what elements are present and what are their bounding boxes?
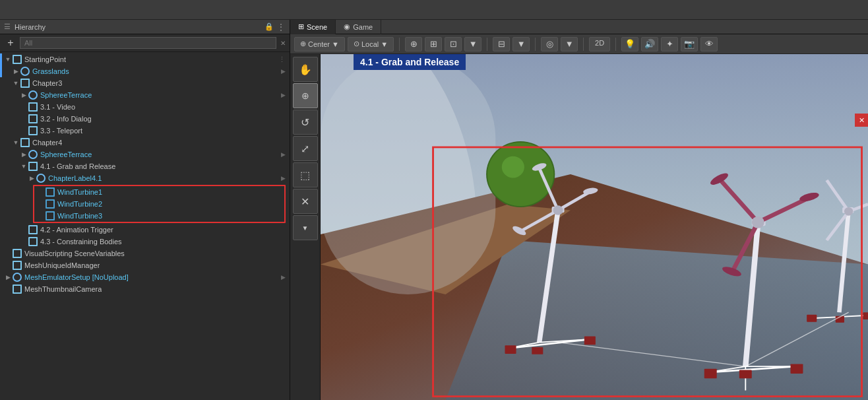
tree-item-sphere-terrace-1[interactable]: ▶ SphereeTerrace ▶ [0, 89, 290, 101]
light-btn[interactable]: 💡 [621, 37, 638, 51]
tree-item-chapter3[interactable]: ▼ Chapter3 [0, 77, 290, 89]
tree-item-info-dialog[interactable]: 3.2 - Info Dialog [0, 113, 290, 125]
rotate-tool[interactable]: ↺ [293, 110, 318, 135]
tree-item-animation-trigger[interactable]: 4.2 - Animation Trigger [0, 224, 290, 236]
tree-item-grasslands[interactable]: ▶ Grasslands ▶ [0, 65, 290, 77]
tree-item-chapter-label-4[interactable]: ▶ ChapterLabel4.1 ▶ [0, 172, 290, 184]
gizmo-btn[interactable]: ◎ [541, 37, 558, 51]
close-overlay-button[interactable]: ✕ [855, 114, 868, 127]
add-button[interactable]: + [4, 36, 17, 50]
item-label-sphere-terrace-2: SphereeTerrace [40, 150, 92, 158]
tree-item-starting-point[interactable]: ▼ StartingPoint ⋮ [0, 53, 290, 65]
tree-item-wind-turbine-1[interactable]: WindTurbine1 [34, 186, 284, 198]
item-more-starting-point[interactable]: ⋮ [278, 55, 286, 64]
tab-bar: ⊞ Scene ◉ Game [290, 20, 868, 34]
tree-item-video[interactable]: 3.1 - Video [0, 101, 290, 113]
expand-arrow[interactable]: ▼ [12, 137, 20, 149]
grid-chevron-btn[interactable]: ▼ [512, 37, 530, 51]
center-icon: ⊕ [300, 40, 306, 48]
item-label-mesh-unique: MeshUniqueIdManager [24, 261, 100, 269]
hamburger-icon[interactable]: ☰ [4, 22, 11, 31]
blue-indicator [0, 65, 2, 77]
move-tool[interactable]: ⊕ [293, 83, 318, 108]
scale-tool-btn[interactable]: ⊡ [445, 37, 462, 51]
expand-arrow[interactable]: ▶ [28, 172, 36, 184]
expand-arrow[interactable]: ▼ [4, 53, 12, 65]
hand-tool[interactable]: ✋ [293, 57, 318, 82]
rect-tool[interactable]: ⬚ [293, 162, 318, 187]
divider-3 [535, 38, 536, 51]
blue-indicator [0, 53, 2, 65]
cube-icon [28, 102, 38, 112]
expand-arrow[interactable]: ▶ [20, 149, 28, 160]
svg-point-23 [553, 205, 563, 215]
extra-tool[interactable]: ▼ [293, 215, 318, 240]
search-clear-icon[interactable]: ✕ [280, 40, 286, 47]
hierarchy-header-icons: 🔒 ⋮ [264, 22, 286, 32]
tree-item-mesh-emulator[interactable]: ▶ MeshEmulatorSetup [NoUpload] ▶ [0, 271, 290, 283]
scene-tab-label: Scene [307, 23, 327, 31]
tree-item-grab-release[interactable]: ▼ 4.1 - Grab and Release [0, 160, 290, 172]
divider-5 [615, 38, 616, 51]
cube-icon [28, 224, 38, 235]
tree-item-teleport[interactable]: 3.3 - Teleport [0, 125, 290, 137]
rotate-tool-btn[interactable]: ⊞ [425, 37, 442, 51]
cube-icon [28, 125, 38, 136]
item-arrow: ▶ [281, 92, 286, 98]
expand-arrow[interactable]: ▼ [20, 160, 28, 172]
tree-item-wind-turbine-3[interactable]: WindTurbine3 [34, 210, 284, 222]
right-panel: ⊞ Scene ◉ Game ⊕ Center ▼ ⊙ Local ▼ ⊕ ⊞ [290, 20, 868, 400]
cube-icon [20, 78, 30, 88]
item-arrow: ▶ [281, 175, 286, 182]
divider-1 [399, 38, 400, 51]
item-label-visual-scripting: VisualScripting SceneVariables [24, 250, 125, 257]
2d-button[interactable]: 2D [589, 37, 610, 51]
center-label: Center [308, 40, 330, 48]
viewport-area: ✋ ⊕ ↺ ⤢ ⬚ ✕ ▼ 4.1 - Grab and Release ✕ [290, 54, 868, 400]
search-input[interactable] [20, 37, 276, 49]
lock-icon[interactable]: 🔒 [264, 22, 274, 31]
audio-btn[interactable]: 🔊 [641, 37, 658, 51]
hierarchy-header-left: ☰ Hierarchy [4, 22, 46, 31]
svg-rect-14 [584, 337, 596, 345]
expand-arrow[interactable]: ▶ [20, 89, 28, 101]
extra-tool-btn[interactable]: ▼ [464, 37, 481, 51]
effects-btn[interactable]: ✦ [661, 37, 678, 51]
camera-btn[interactable]: 📷 [681, 37, 698, 51]
local-button[interactable]: ⊙ Local ▼ [348, 37, 394, 51]
custom-tool[interactable]: ✕ [293, 189, 318, 214]
expand-arrow[interactable]: ▶ [12, 65, 20, 77]
scene-viewport[interactable]: 4.1 - Grab and Release ✕ [321, 54, 868, 400]
scale-tool[interactable]: ⤢ [293, 136, 318, 161]
tab-game[interactable]: ◉ Game [336, 20, 381, 34]
item-label-chapter4: Chapter4 [32, 139, 62, 147]
hierarchy-title: Hierarchy [15, 23, 46, 31]
tree-item-mesh-unique[interactable]: MeshUniqueIdManager [0, 259, 290, 271]
tree-item-sphere-terrace-2[interactable]: ▶ SphereeTerrace ▶ [0, 149, 290, 160]
more-options-icon[interactable]: ⋮ [276, 22, 286, 32]
center-button[interactable]: ⊕ Center ▼ [294, 37, 345, 51]
item-arrow: ▶ [281, 151, 286, 158]
item-arrow: ▶ [281, 274, 286, 281]
tree-item-constraining-bodies[interactable]: 4.3 - Constraining Bodies [0, 236, 290, 248]
hierarchy-tree[interactable]: ▼ StartingPoint ⋮ ▶ Grasslands ▶ [0, 52, 290, 400]
svg-rect-31 [739, 370, 752, 379]
local-label: Local [361, 40, 379, 48]
cube-icon [20, 137, 30, 148]
tree-item-visual-scripting[interactable]: VisualScripting SceneVariables [0, 248, 290, 259]
svg-rect-42 [807, 315, 817, 322]
tree-item-chapter4[interactable]: ▼ Chapter4 [0, 137, 290, 149]
move-tool-btn[interactable]: ⊕ [405, 37, 422, 51]
expand-arrow[interactable]: ▼ [12, 77, 20, 89]
scene-toolbar: ⊕ Center ▼ ⊙ Local ▼ ⊕ ⊞ ⊡ ▼ ⊟ ▼ ◎ ▼ 2D … [290, 34, 868, 54]
tree-item-mesh-thumbnail[interactable]: MeshThumbnailCamera [0, 283, 290, 295]
item-label-wind-turbine-3: WindTurbine3 [57, 212, 102, 220]
gizmo-chevron-btn[interactable]: ▼ [561, 37, 578, 51]
grid-btn[interactable]: ⊟ [493, 37, 510, 51]
tree-item-wind-turbine-2[interactable]: WindTurbine2 [34, 198, 284, 210]
item-arrow-grasslands: ▶ [281, 68, 286, 75]
hide-btn[interactable]: 👁 [700, 37, 718, 51]
sphere-icon [36, 173, 46, 183]
expand-arrow[interactable]: ▶ [4, 271, 12, 283]
tab-scene[interactable]: ⊞ Scene [290, 20, 336, 34]
